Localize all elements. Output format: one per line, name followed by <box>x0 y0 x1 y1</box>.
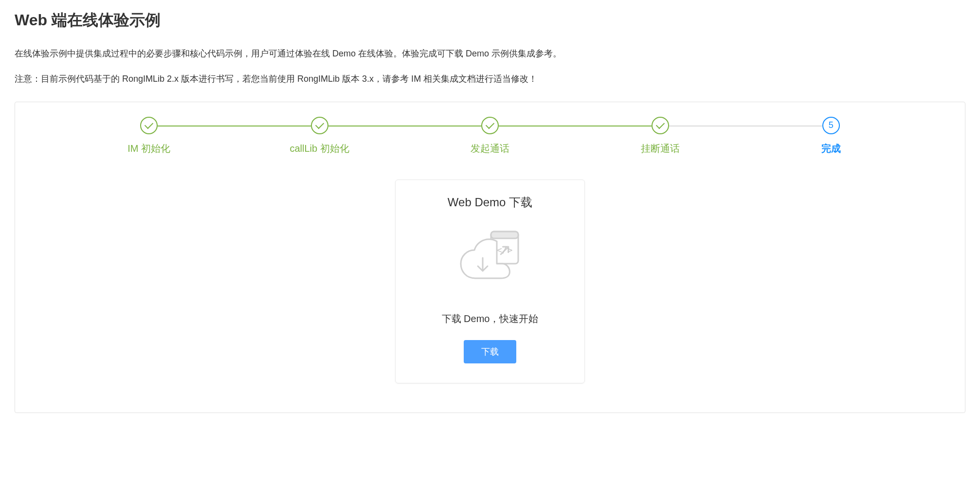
step-label: IM 初始化 <box>127 142 170 155</box>
step-label: 发起通话 <box>471 142 509 155</box>
card-title: Web Demo 下载 <box>405 195 575 210</box>
step-connector <box>499 126 652 126</box>
cloud-download-icon: </> <box>405 225 575 288</box>
check-icon <box>140 117 158 134</box>
step-connector <box>158 126 310 126</box>
step-connector <box>328 126 481 126</box>
intro-text: 在线体验示例中提供集成过程中的必要步骤和核心代码示例，用户可通过体验在线 Dem… <box>15 46 965 61</box>
main-panel: IM 初始化 callLib 初始化 发起通话 挂断通话 <box>15 102 965 413</box>
step-start-call[interactable]: 发起通话 <box>405 117 575 155</box>
svg-text:</>: </> <box>497 245 513 255</box>
steps-progress: IM 初始化 callLib 初始化 发起通话 挂断通话 <box>64 117 916 155</box>
note-text: 注意：目前示例代码基于的 RongIMLib 2.x 版本进行书写，若您当前使用… <box>15 71 965 87</box>
step-im-init[interactable]: IM 初始化 <box>64 117 234 155</box>
step-end-call[interactable]: 挂断通话 <box>575 117 745 155</box>
step-number: 5 <box>829 120 834 130</box>
check-icon <box>311 117 328 134</box>
card-subtitle: 下载 Demo，快速开始 <box>405 312 575 325</box>
step-complete[interactable]: 5 完成 <box>746 117 916 155</box>
check-icon <box>481 117 499 134</box>
check-icon <box>652 117 669 134</box>
step-number-icon: 5 <box>822 117 840 134</box>
step-connector <box>669 126 822 126</box>
step-label: callLib 初始化 <box>290 142 349 155</box>
svg-rect-1 <box>491 232 518 238</box>
download-card: Web Demo 下载 </> 下载 Demo，快速开始 下载 <box>395 180 585 383</box>
download-button[interactable]: 下载 <box>464 340 516 363</box>
page-title: Web 端在线体验示例 <box>15 10 965 31</box>
step-calllib-init[interactable]: callLib 初始化 <box>234 117 404 155</box>
step-label: 挂断通话 <box>641 142 680 155</box>
step-label: 完成 <box>821 142 841 155</box>
